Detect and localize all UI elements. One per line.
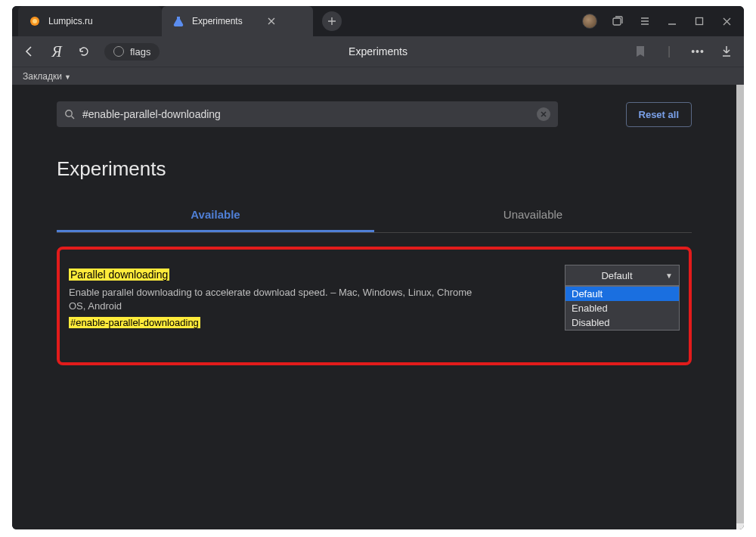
scrollbar-thumb[interactable] (736, 85, 744, 523)
collections-icon[interactable] (611, 14, 624, 28)
address-bar[interactable]: flags (104, 43, 160, 61)
flask-icon (172, 15, 184, 27)
profile-avatar[interactable] (582, 14, 597, 29)
tab-label: Lumpics.ru (48, 16, 93, 26)
vertical-scrollbar[interactable] (736, 85, 744, 529)
chevron-down-icon: ▼ (64, 73, 71, 81)
chevron-down-icon: ▼ (665, 272, 673, 280)
navigation-bar: Я flags Experiments | ••• (12, 36, 744, 67)
minimize-button[interactable] (665, 14, 679, 28)
reset-all-button[interactable]: Reset all (626, 102, 692, 127)
svg-point-1 (33, 19, 37, 23)
lumpics-icon (29, 15, 41, 27)
flag-title: Parallel downloading (69, 268, 169, 281)
flag-id: #enable-parallel-downloading (69, 317, 200, 328)
dropdown-option-default[interactable]: Default (565, 287, 679, 301)
yandex-logo-icon[interactable]: Я (50, 45, 64, 58)
svg-point-4 (66, 110, 72, 116)
tab-bar: Lumpics.ru Experiments (12, 6, 744, 36)
tabs-row: Available Unavailable (57, 199, 692, 233)
bookmarks-label: Закладки (23, 71, 62, 82)
svg-rect-3 (696, 18, 703, 25)
tab-lumpics[interactable]: Lumpics.ru (18, 6, 162, 36)
downloads-icon[interactable] (720, 45, 733, 58)
close-icon[interactable] (267, 17, 276, 26)
search-icon (64, 109, 75, 120)
dropdown-option-enabled[interactable]: Enabled (565, 301, 679, 315)
divider: | (662, 45, 676, 58)
tab-experiments[interactable]: Experiments (162, 6, 313, 36)
maximize-button[interactable] (692, 14, 706, 28)
page-title: Experiments (349, 45, 407, 57)
svg-rect-2 (613, 18, 621, 25)
tab-label: Experiments (192, 16, 243, 26)
bookmark-icon[interactable] (634, 45, 647, 58)
back-button[interactable] (23, 45, 36, 58)
dropdown-selected[interactable]: Default ▼ (565, 265, 680, 286)
experiments-heading: Experiments (57, 157, 692, 181)
highlighted-flag-card: Parallel downloading Enable parallel dow… (57, 247, 692, 365)
browser-window: Lumpics.ru Experiments (12, 6, 744, 529)
flag-description: Enable parallel downloading to accelerat… (69, 286, 477, 312)
page-content: Reset all Experiments 20.12.2.108 Availa… (12, 85, 736, 529)
dropdown-list: Default Enabled Disabled (565, 286, 680, 331)
bookmarks-menu[interactable]: Закладки▼ (23, 71, 71, 82)
flag-state-dropdown[interactable]: Default ▼ Default Enabled Disabled (565, 265, 680, 331)
site-icon (113, 46, 124, 57)
address-text: flags (130, 46, 150, 57)
tab-unavailable[interactable]: Unavailable (374, 199, 692, 232)
search-flags-input-wrap (57, 101, 558, 127)
reload-button[interactable] (77, 45, 91, 58)
search-flags-input[interactable] (82, 108, 529, 120)
more-icon[interactable]: ••• (691, 45, 705, 58)
menu-icon[interactable] (638, 14, 652, 28)
titlebar-controls (582, 14, 744, 29)
clear-search-icon[interactable] (537, 107, 550, 121)
dropdown-selected-label: Default (601, 270, 632, 281)
close-button[interactable] (720, 14, 733, 28)
dropdown-option-disabled[interactable]: Disabled (565, 315, 679, 330)
bookmarks-bar: Закладки▼ (12, 67, 744, 85)
tab-available[interactable]: Available (57, 199, 374, 232)
new-tab-button[interactable] (322, 11, 342, 31)
